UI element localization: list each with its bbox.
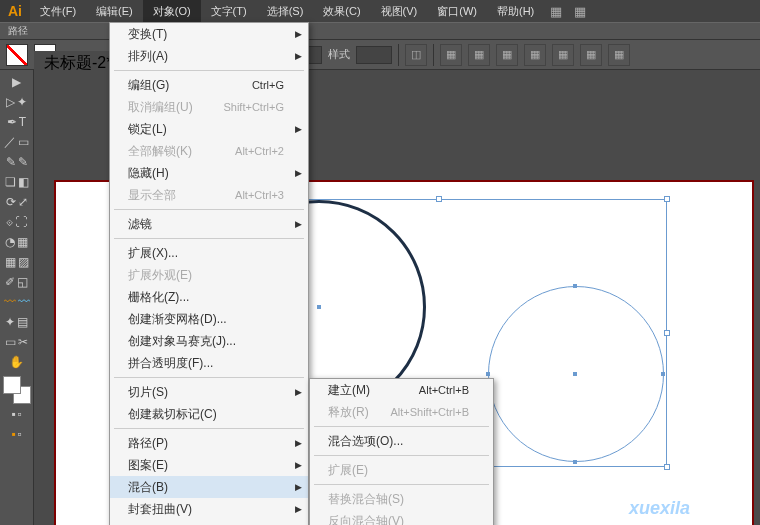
options-icon[interactable]: ▦: [608, 44, 630, 66]
toolbar-icon[interactable]: ▦: [568, 0, 592, 22]
menu-separator: [314, 455, 489, 456]
object-menu-item[interactable]: 隐藏(H)▶: [110, 162, 308, 184]
options-icon[interactable]: ▦: [580, 44, 602, 66]
menu-item-label: 混合选项(O)...: [328, 433, 403, 450]
style-label: 样式: [328, 47, 350, 62]
screen-mode[interactable]: ▪▫: [2, 426, 32, 442]
menu-item-label: 变换(T): [128, 26, 167, 43]
brush-tool[interactable]: ✎✎: [2, 154, 32, 170]
menu-item-label: 创建对象马赛克(J)...: [128, 333, 236, 350]
options-icon[interactable]: ▦: [524, 44, 546, 66]
object-menu-item[interactable]: 编组(G)Ctrl+G: [110, 74, 308, 96]
menu-effect[interactable]: 效果(C): [313, 0, 370, 22]
artboard-tool[interactable]: ▭✂: [2, 334, 32, 350]
fill-swatch[interactable]: [6, 44, 28, 66]
symbol-sprayer-tool[interactable]: ✦▤: [2, 314, 32, 330]
line-tool[interactable]: ／▭: [2, 134, 32, 150]
watermark: xuexila: [629, 498, 690, 519]
object-menu-item[interactable]: 拼合透明度(F)...: [110, 352, 308, 374]
eyedropper-tool[interactable]: ✐◱: [2, 274, 32, 290]
rotate-tool[interactable]: ⟳⤢: [2, 194, 32, 210]
menu-object[interactable]: 对象(O): [143, 0, 201, 22]
selection-tool[interactable]: ▶: [9, 74, 25, 90]
object-menu-item[interactable]: 切片(S)▶: [110, 381, 308, 403]
blend-tool[interactable]: 〰〰: [2, 294, 32, 310]
menu-shortcut: Alt+Shift+Ctrl+B: [390, 406, 469, 418]
width-tool[interactable]: ⟐⛶: [2, 214, 32, 230]
object-menu-item[interactable]: 栅格化(Z)...: [110, 286, 308, 308]
object-menu-dropdown: 变换(T)▶排列(A)▶编组(G)Ctrl+G取消编组(U)Shift+Ctrl…: [109, 22, 309, 525]
object-menu-item[interactable]: 滤镜▶: [110, 213, 308, 235]
selection-type-label: 路径: [8, 24, 28, 38]
toolbar-icon[interactable]: ▦: [544, 0, 568, 22]
align-icon[interactable]: ◫: [405, 44, 427, 66]
fill-stroke-swatch[interactable]: [3, 376, 31, 404]
menu-shortcut: Alt+Ctrl+3: [235, 189, 284, 201]
blend-menu-item[interactable]: 混合选项(O)...: [310, 430, 493, 452]
object-menu-item[interactable]: 图案(E)▶: [110, 454, 308, 476]
center-point: [573, 372, 577, 376]
options-icon[interactable]: ▦: [496, 44, 518, 66]
hand-tool[interactable]: ✋: [9, 354, 25, 370]
menu-view[interactable]: 视图(V): [371, 0, 428, 22]
menu-shortcut: Alt+Ctrl+B: [419, 384, 469, 396]
menu-item-label: 替换混合轴(S): [328, 491, 404, 508]
anchor-point[interactable]: [573, 284, 577, 288]
object-menu-item[interactable]: 路径(P)▶: [110, 432, 308, 454]
menu-edit[interactable]: 编辑(E): [86, 0, 143, 22]
menu-item-label: 隐藏(H): [128, 165, 169, 182]
color-mode[interactable]: ▪▫: [2, 406, 32, 422]
object-menu-item[interactable]: 透视(P)▶: [110, 520, 308, 525]
options-icon[interactable]: ▦: [440, 44, 462, 66]
menu-item-label: 锁定(L): [128, 121, 167, 138]
object-menu-item[interactable]: 锁定(L)▶: [110, 118, 308, 140]
menu-item-label: 释放(R): [328, 404, 369, 421]
blob-brush-tool[interactable]: ❏◧: [2, 174, 32, 190]
resize-handle[interactable]: [664, 464, 670, 470]
anchor-point[interactable]: [661, 372, 665, 376]
menu-item-label: 排列(A): [128, 48, 168, 65]
resize-handle[interactable]: [436, 196, 442, 202]
menu-item-label: 显示全部: [128, 187, 176, 204]
menu-select[interactable]: 选择(S): [257, 0, 314, 22]
menu-help[interactable]: 帮助(H): [487, 0, 544, 22]
object-menu-item[interactable]: 创建裁切标记(C): [110, 403, 308, 425]
menu-window[interactable]: 窗口(W): [427, 0, 487, 22]
resize-handle[interactable]: [664, 330, 670, 336]
object-menu-item[interactable]: 扩展(X)...: [110, 242, 308, 264]
menu-type[interactable]: 文字(T): [201, 0, 257, 22]
menu-separator: [314, 484, 489, 485]
object-menu-item[interactable]: 排列(A)▶: [110, 45, 308, 67]
resize-handle[interactable]: [664, 196, 670, 202]
menu-item-label: 全部解锁(K): [128, 143, 192, 160]
anchor-point[interactable]: [486, 372, 490, 376]
menu-separator: [114, 377, 304, 378]
center-point: [317, 305, 321, 309]
options-icon[interactable]: ▦: [552, 44, 574, 66]
shape-builder-tool[interactable]: ◔▦: [2, 234, 32, 250]
anchor-point[interactable]: [573, 460, 577, 464]
menu-item-label: 封套扭曲(V): [128, 501, 192, 518]
graphic-style-dropdown[interactable]: [356, 46, 392, 64]
direct-selection-tool[interactable]: ▷✦: [2, 94, 32, 110]
object-menu-item[interactable]: 混合(B)▶: [110, 476, 308, 498]
app-logo: Ai: [0, 0, 30, 22]
menu-item-label: 建立(M): [328, 382, 370, 399]
object-menu-item[interactable]: 封套扭曲(V)▶: [110, 498, 308, 520]
submenu-arrow-icon: ▶: [295, 168, 302, 178]
object-menu-item[interactable]: 创建对象马赛克(J)...: [110, 330, 308, 352]
menu-shortcut: Ctrl+G: [252, 79, 284, 91]
object-menu-item: 显示全部Alt+Ctrl+3: [110, 184, 308, 206]
blend-menu-item[interactable]: 建立(M)Alt+Ctrl+B: [310, 379, 493, 401]
menu-file[interactable]: 文件(F): [30, 0, 86, 22]
object-menu-item: 取消编组(U)Shift+Ctrl+G: [110, 96, 308, 118]
menu-item-label: 拼合透明度(F)...: [128, 355, 213, 372]
object-menu-item[interactable]: 创建渐变网格(D)...: [110, 308, 308, 330]
mesh-tool[interactable]: ▦▨: [2, 254, 32, 270]
pen-tool[interactable]: ✒T: [2, 114, 32, 130]
submenu-arrow-icon: ▶: [295, 124, 302, 134]
menu-item-label: 扩展外观(E): [128, 267, 192, 284]
options-icon[interactable]: ▦: [468, 44, 490, 66]
object-menu-item[interactable]: 变换(T)▶: [110, 23, 308, 45]
menu-shortcut: Shift+Ctrl+G: [223, 101, 284, 113]
